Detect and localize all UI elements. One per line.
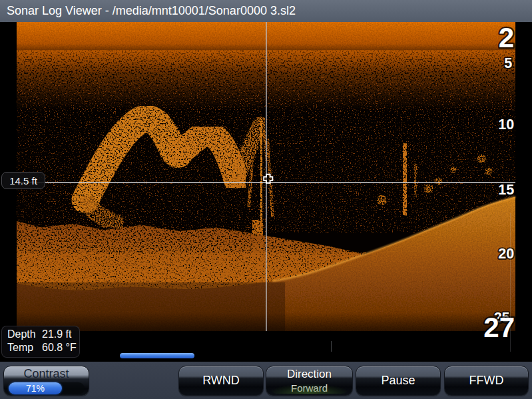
depth-range-upper: 2: [499, 22, 514, 53]
depth-value: 21.9 ft: [42, 328, 71, 341]
sonar-log-viewer-window: Sonar Log Viewer - /media/mnt10001/Sonar…: [0, 0, 532, 399]
direction-green-glow: [270, 380, 348, 394]
cursor-depth-badge: 14.5 ft: [1, 172, 45, 189]
contrast-value: 71%: [26, 383, 45, 394]
depth-tick-5: 5: [504, 55, 512, 71]
pause-button[interactable]: Pause: [356, 366, 441, 396]
cursor-depth-value: 14.5 ft: [9, 175, 37, 187]
contrast-meter: 71%: [9, 382, 85, 394]
temp-value: 60.8 °F: [42, 341, 77, 354]
depth-label: Depth: [7, 328, 42, 341]
log-seam-marker: [510, 213, 511, 362]
title-bar: Sonar Log Viewer - /media/mnt10001/Sonar…: [0, 0, 532, 22]
depth-tick-20: 20: [498, 245, 514, 262]
rewind-button[interactable]: RWND: [178, 366, 264, 396]
contrast-meter-fill: 71%: [9, 382, 63, 394]
contrast-label: Contrast: [4, 368, 89, 380]
softkey-bar: Contrast 71% RWND Direction Forward Paus…: [0, 362, 532, 399]
sonar-display[interactable]: 2 5 10 15 20 25 27: [0, 22, 532, 352]
pause-label: Pause: [356, 366, 440, 394]
direction-button[interactable]: Direction Forward: [266, 366, 353, 396]
depth-tick-10: 10: [498, 116, 514, 133]
temp-label: Temp: [7, 341, 42, 354]
fast-forward-button[interactable]: FFWD: [444, 366, 529, 396]
sonar-image: 2 5 10 15 20 25 27: [0, 22, 532, 352]
rewind-label: RWND: [179, 366, 263, 394]
depth-tick-15: 15: [498, 181, 514, 198]
fast-forward-label: FFWD: [445, 366, 528, 394]
window-title: Sonar Log Viewer - /media/mnt10001/Sonar…: [7, 4, 296, 17]
direction-label: Direction: [266, 368, 352, 380]
playback-progress-thumb[interactable]: [120, 353, 194, 358]
depth-row: Depth 21.9 ft: [7, 328, 74, 341]
temp-row: Temp 60.8 °F: [7, 341, 74, 354]
depth-temp-overlay: Depth 21.9 ft Temp 60.8 °F: [1, 326, 80, 358]
contrast-button[interactable]: Contrast 71%: [3, 366, 89, 396]
